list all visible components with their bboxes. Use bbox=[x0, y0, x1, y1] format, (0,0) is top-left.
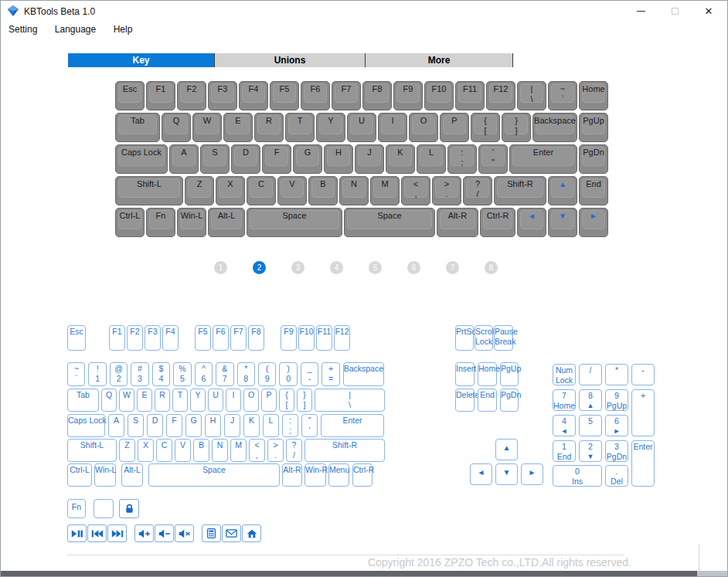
key-pgup[interactable]: PgUp bbox=[579, 113, 608, 142]
key-u[interactable]: U bbox=[347, 113, 376, 142]
key-e[interactable]: E bbox=[223, 113, 253, 142]
media-key-volume-up[interactable] bbox=[134, 524, 154, 542]
key-pipe[interactable]: |\ bbox=[315, 389, 385, 412]
key-ctrl-l[interactable]: Ctrl-L bbox=[115, 208, 145, 237]
key-menu[interactable]: Menu bbox=[328, 463, 349, 487]
key-f12[interactable]: F12 bbox=[486, 81, 515, 110]
key-arrow-left[interactable]: ◄ bbox=[470, 463, 492, 485]
key-d[interactable]: D bbox=[231, 144, 260, 174]
key-win-r[interactable]: Win-R bbox=[304, 463, 326, 487]
key-minus[interactable]: _- bbox=[301, 362, 318, 386]
key-c[interactable]: C bbox=[247, 176, 276, 205]
key-x[interactable]: X bbox=[216, 176, 245, 205]
key-period[interactable]: >. bbox=[267, 439, 284, 462]
key-f6[interactable]: F6 bbox=[301, 81, 330, 110]
key-numpad-subtract[interactable]: - bbox=[631, 364, 655, 385]
key-b[interactable]: B bbox=[193, 439, 209, 462]
page-dot-8[interactable]: 8 bbox=[485, 261, 498, 274]
key-a[interactable]: A bbox=[169, 144, 199, 174]
key-period[interactable]: >. bbox=[432, 176, 461, 205]
key-f[interactable]: F bbox=[262, 144, 291, 174]
key-t[interactable]: T bbox=[285, 113, 315, 142]
media-key-calculator[interactable] bbox=[202, 524, 221, 542]
key-space[interactable]: Space bbox=[247, 208, 342, 237]
key-j[interactable]: J bbox=[355, 144, 384, 174]
key-left-bracket[interactable]: {[ bbox=[279, 389, 294, 412]
key-left-bracket[interactable]: {[ bbox=[471, 113, 500, 142]
key-esc[interactable]: Esc bbox=[115, 81, 145, 110]
key-shift-l[interactable]: Shift-L bbox=[67, 439, 117, 462]
key-t[interactable]: T bbox=[172, 389, 188, 412]
key-insert[interactable]: Insert bbox=[455, 362, 475, 386]
key-win-lock[interactable] bbox=[119, 499, 139, 518]
key-8[interactable]: *8 bbox=[237, 362, 255, 386]
key-slash[interactable]: ?/ bbox=[463, 176, 492, 205]
key-pgdn[interactable]: PgDn bbox=[500, 389, 519, 412]
key-p[interactable]: P bbox=[440, 113, 469, 142]
key-r[interactable]: R bbox=[254, 113, 284, 142]
key-2[interactable]: @2 bbox=[110, 362, 128, 386]
key-0[interactable]: )0 bbox=[279, 362, 297, 386]
key-a[interactable]: A bbox=[108, 414, 124, 437]
key-numpad-1[interactable]: 1End bbox=[553, 440, 576, 462]
key-f9[interactable]: F9 bbox=[281, 325, 297, 351]
key-f4[interactable]: F4 bbox=[239, 81, 268, 110]
key-quote[interactable]: '" bbox=[478, 144, 508, 174]
tab-more[interactable]: More bbox=[366, 53, 513, 67]
key-i[interactable]: I bbox=[226, 389, 241, 412]
key-f7[interactable]: F7 bbox=[230, 325, 247, 351]
key-comma[interactable]: <, bbox=[401, 176, 430, 205]
key-numpad-4[interactable]: 4◄ bbox=[553, 415, 576, 436]
key-arrow-up[interactable]: ▲ bbox=[495, 439, 518, 460]
page-dot-4[interactable]: 4 bbox=[330, 261, 343, 274]
key-pause-break[interactable]: PauseBreak bbox=[494, 325, 513, 351]
menu-help[interactable]: Help bbox=[114, 22, 133, 35]
key-comma[interactable]: <, bbox=[249, 439, 265, 462]
key-numpad-add[interactable]: + bbox=[631, 389, 655, 436]
key-5[interactable]: %5 bbox=[173, 362, 191, 386]
key-pipe[interactable]: |\ bbox=[517, 81, 546, 110]
key-u[interactable]: U bbox=[208, 389, 223, 412]
key-o[interactable]: O bbox=[243, 389, 259, 412]
key-alt-r[interactable]: Alt-R bbox=[437, 208, 478, 237]
key-fn[interactable]: Fn bbox=[146, 208, 175, 237]
key-k[interactable]: K bbox=[386, 144, 415, 174]
key-l[interactable]: L bbox=[417, 144, 446, 174]
key-space-2[interactable]: Space bbox=[344, 208, 435, 237]
key-enter[interactable]: Enter bbox=[321, 414, 384, 437]
key-f7[interactable]: F7 bbox=[332, 81, 361, 110]
key-h[interactable]: H bbox=[205, 414, 221, 437]
page-dot-5[interactable]: 5 bbox=[369, 261, 382, 274]
key-numpad-6[interactable]: 6► bbox=[605, 415, 628, 436]
page-dot-1[interactable]: 1 bbox=[214, 261, 227, 274]
key-numpad-decimal[interactable]: .Del bbox=[605, 465, 628, 487]
key-y[interactable]: Y bbox=[190, 389, 206, 412]
key-alt-r[interactable]: Alt-R bbox=[282, 463, 302, 487]
key-numpad-8[interactable]: 8▲ bbox=[579, 389, 602, 411]
key-v[interactable]: V bbox=[175, 439, 191, 462]
key-y[interactable]: Y bbox=[316, 113, 345, 142]
key-9[interactable]: (9 bbox=[258, 362, 276, 386]
page-dot-7[interactable]: 7 bbox=[446, 261, 459, 274]
page-dot-2[interactable]: 2 bbox=[253, 261, 266, 274]
key-f3[interactable]: F3 bbox=[208, 81, 237, 110]
key-d[interactable]: D bbox=[147, 414, 163, 437]
key-1[interactable]: !1 bbox=[88, 362, 106, 386]
key-home[interactable]: Home bbox=[579, 81, 608, 110]
key-numpad-3[interactable]: 3PgDn bbox=[605, 440, 628, 462]
key-f1[interactable]: F1 bbox=[109, 325, 125, 351]
key-x[interactable]: X bbox=[138, 439, 154, 462]
key-backspace[interactable]: Backspace bbox=[343, 362, 384, 386]
key-colon[interactable]: :; bbox=[282, 414, 298, 437]
key-f10[interactable]: F10 bbox=[424, 81, 454, 110]
key-shift-r[interactable]: Shift-R bbox=[304, 439, 385, 462]
key-f4[interactable]: F4 bbox=[162, 325, 179, 351]
key-s[interactable]: S bbox=[128, 414, 144, 437]
tab-key[interactable]: Key bbox=[68, 53, 215, 67]
key-p[interactable]: P bbox=[261, 389, 277, 412]
key-f9[interactable]: F9 bbox=[393, 81, 423, 110]
key-numpad-0[interactable]: 0Ins bbox=[553, 465, 602, 487]
key-j[interactable]: J bbox=[224, 414, 240, 437]
key-pgup[interactable]: PgUp bbox=[500, 362, 519, 386]
key-f2[interactable]: F2 bbox=[177, 81, 206, 110]
